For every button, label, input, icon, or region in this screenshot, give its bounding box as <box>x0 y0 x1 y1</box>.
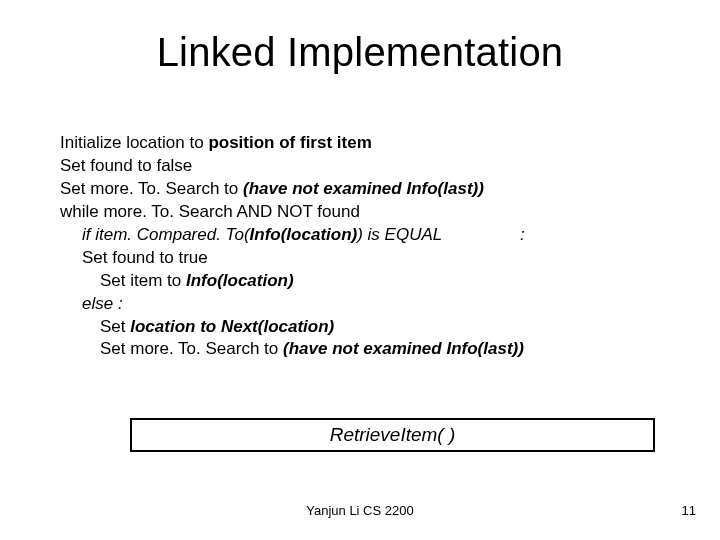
algo-line: Set location to Next(location) <box>60 316 660 339</box>
function-label: RetrieveItem( ) <box>330 424 456 446</box>
text-colon: : <box>520 224 525 247</box>
text: Set more. To. Search to <box>60 179 243 198</box>
text: Set more. To. Search to <box>100 339 283 358</box>
slide-title: Linked Implementation <box>0 30 720 75</box>
text-bold-italic: (have not examined Info(last)) <box>283 339 524 358</box>
algo-line: else : <box>60 293 660 316</box>
text-bold-italic: Info(location) <box>186 271 294 290</box>
algo-line: Set more. To. Search to (have not examin… <box>60 338 660 361</box>
algo-line: Set item to Info(location) <box>60 270 660 293</box>
algo-line: Set found to false <box>60 155 660 178</box>
algo-line: Set found to true <box>60 247 660 270</box>
text-bold: position of first item <box>208 133 371 152</box>
page-number: 11 <box>682 503 696 518</box>
algo-line: while more. To. Search AND NOT found <box>60 201 660 224</box>
text: Initialize location to <box>60 133 208 152</box>
function-box: RetrieveItem( ) <box>130 418 655 452</box>
slide: Linked Implementation Initialize locatio… <box>0 0 720 540</box>
text-italic: ) is EQUAL <box>357 225 442 244</box>
algorithm-body: Initialize location to position of first… <box>60 132 660 361</box>
text-bold-italic: location to Next(location) <box>130 317 334 336</box>
text-italic: if item. Compared. To( <box>82 225 250 244</box>
footer-center: Yanjun Li CS 2200 <box>0 503 720 518</box>
algo-line: Set more. To. Search to (have not examin… <box>60 178 660 201</box>
text-bold-italic: (have not examined Info(last)) <box>243 179 484 198</box>
algo-line: Initialize location to position of first… <box>60 132 660 155</box>
text-bold-italic: Info(location) <box>250 225 358 244</box>
text: Set item to <box>100 271 186 290</box>
algo-line: if item. Compared. To(Info(location)) is… <box>60 224 660 247</box>
text: Set <box>100 317 130 336</box>
